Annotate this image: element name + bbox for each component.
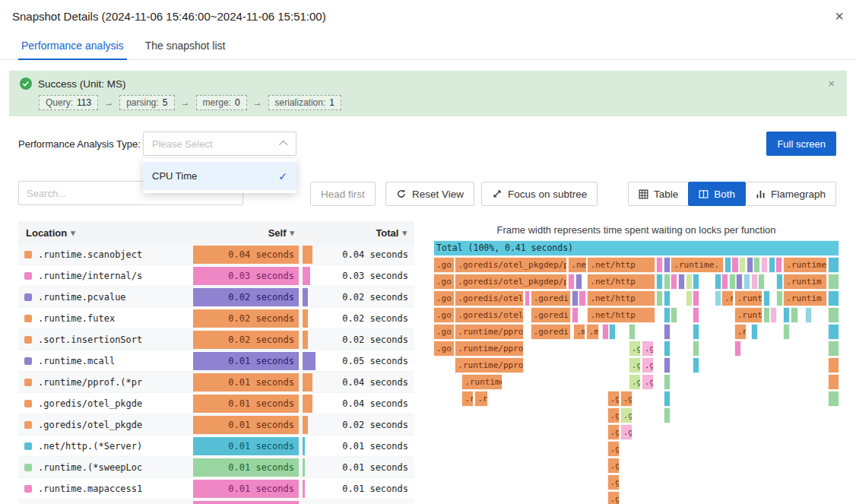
analysis-type-select[interactable]: Please Select [143, 132, 296, 156]
flame-cell[interactable] [721, 274, 728, 290]
flame-cell[interactable] [769, 257, 775, 273]
flame-cell[interactable]: .runt [734, 290, 762, 306]
flame-cell[interactable] [664, 341, 671, 357]
flame-cell[interactable] [791, 307, 797, 323]
flame-cell[interactable] [828, 341, 839, 357]
table-row[interactable]: .sort.insertionSort0.02 seconds0.02 seco… [18, 329, 414, 350]
flame-cell[interactable] [828, 257, 839, 273]
table-row[interactable]: .runtime.mapaccess10.01 seconds0.01 seco… [18, 478, 414, 499]
table-row[interactable]: .net/http.(*Server)0.01 seconds0.01 seco… [18, 436, 414, 457]
flame-cell[interactable] [693, 341, 699, 357]
flame-cell[interactable] [629, 324, 636, 340]
flame-cell[interactable] [664, 374, 671, 390]
flame-cell[interactable] [664, 407, 671, 423]
flame-cell[interactable]: .runt [734, 307, 762, 323]
flame-cell[interactable]: .gi [642, 341, 654, 357]
flame-cell[interactable] [763, 307, 770, 323]
flame-cell[interactable]: .gi [629, 357, 641, 373]
flame-cell[interactable]: .gi [620, 407, 632, 423]
flame-cell[interactable] [715, 274, 721, 290]
flame-cell[interactable]: .go [607, 441, 620, 457]
flame-cell[interactable] [805, 307, 812, 323]
tab-performance-analysis[interactable]: Performance analysis [18, 32, 127, 59]
flame-cell[interactable]: .goredis/otel_pkgdep/p [455, 257, 567, 273]
flame-cell[interactable]: .goredis/otel_pkgdep/p [455, 274, 567, 290]
flame-cell[interactable] [664, 274, 671, 290]
tab-snapshot-list[interactable]: The snapshot list [142, 32, 229, 59]
view-flamegraph-button[interactable]: Flamegraph [745, 182, 836, 206]
close-icon[interactable]: × [835, 8, 844, 24]
dropdown-option[interactable]: CPU Time✓ [143, 162, 296, 190]
sort-caret-icon[interactable]: ▾ [402, 228, 407, 238]
table-row[interactable]: .goredis/otel_pkgde0.01 seconds0.02 seco… [18, 414, 414, 436]
table-row[interactable]: .runtime.mcall0.01 seconds0.05 seconds [18, 350, 414, 372]
flame-cell[interactable]: .ru [474, 391, 487, 407]
flame-cell[interactable] [693, 274, 699, 290]
flame-cell[interactable] [525, 290, 530, 306]
flame-cell[interactable] [686, 274, 693, 290]
flame-cell[interactable] [656, 274, 663, 290]
flame-cell[interactable] [743, 274, 750, 290]
flame-cell[interactable] [724, 257, 731, 273]
flame-cell[interactable]: .go [433, 257, 455, 273]
flame-cell[interactable] [686, 290, 693, 306]
focus-subtree-button[interactable]: Focus on subtree [481, 182, 598, 206]
flame-cell[interactable]: .gi [620, 424, 632, 440]
flame-cell[interactable]: .gi [642, 357, 654, 373]
flame-cell[interactable]: .ne [568, 257, 587, 273]
flame-cell[interactable]: .goredi [531, 324, 571, 340]
flame-cell[interactable] [776, 274, 783, 290]
flame-cell[interactable] [828, 307, 839, 323]
flame-cell[interactable] [678, 274, 685, 290]
flame-cell[interactable]: .runtim [783, 274, 827, 290]
flame-cell[interactable]: .go [433, 324, 455, 340]
flame-cell[interactable]: .goredi [531, 290, 571, 306]
table-row[interactable]: .runtime/internal/s0.03 seconds0.03 seco… [18, 265, 414, 287]
flame-cell[interactable] [783, 324, 790, 340]
flame-cell[interactable]: .runtime/ [461, 374, 502, 390]
fullscreen-button[interactable]: Full screen [766, 132, 836, 156]
head-first-button[interactable]: Head first [310, 182, 376, 206]
flame-cell[interactable]: .ru [461, 391, 474, 407]
flame-cell[interactable] [664, 290, 671, 306]
flame-cell[interactable]: .net/http [587, 290, 655, 306]
flame-cell[interactable]: .runtime/pprof. [455, 357, 524, 373]
flame-cell[interactable] [751, 274, 758, 290]
flame-cell[interactable]: .runtime. [671, 257, 723, 273]
table-row[interactable]: .runtime.scanobject0.04 seconds0.04 seco… [18, 244, 414, 265]
flame-cell[interactable] [828, 324, 839, 340]
flame-cell[interactable] [736, 274, 743, 290]
flame-cell[interactable] [656, 257, 663, 273]
flame-cell[interactable] [828, 290, 839, 306]
flame-cell[interactable] [729, 274, 736, 290]
flame-cell[interactable] [664, 257, 671, 273]
flame-cell[interactable] [671, 307, 677, 323]
flame-cell[interactable] [575, 274, 582, 290]
flame-cell[interactable]: .ru [734, 324, 747, 340]
flame-cell[interactable]: .go [433, 290, 455, 306]
flame-cell[interactable] [693, 357, 699, 373]
flame-cell[interactable]: .net/http [587, 274, 655, 290]
flame-cell[interactable]: .go [607, 474, 620, 490]
flame-cell[interactable]: .gi [629, 341, 641, 357]
flame-cell[interactable] [609, 324, 616, 340]
flame-cell[interactable] [770, 307, 777, 323]
flame-cell[interactable] [579, 290, 586, 306]
flame-cell[interactable] [763, 290, 770, 306]
column-header-location[interactable]: Location ▾ [18, 227, 192, 239]
flame-cell[interactable] [734, 341, 741, 357]
flame-cell[interactable]: .gi [642, 374, 654, 390]
banner-close-icon[interactable]: × [828, 77, 835, 90]
flame-cell[interactable] [572, 307, 579, 323]
column-header-total[interactable]: Total ▾ [300, 227, 414, 239]
flame-cell[interactable]: .goredis/otel_p [455, 290, 524, 306]
view-table-button[interactable]: Table [628, 182, 689, 206]
flame-cell[interactable]: .runtim [783, 290, 827, 306]
flame-cell[interactable]: .runtime. [783, 257, 827, 273]
flame-cell[interactable] [761, 257, 768, 273]
table-row[interactable] [18, 499, 414, 504]
flame-cell[interactable] [828, 391, 839, 407]
flame-cell[interactable] [828, 374, 839, 390]
flame-cell[interactable] [758, 274, 765, 290]
flame-cell[interactable] [828, 274, 839, 290]
